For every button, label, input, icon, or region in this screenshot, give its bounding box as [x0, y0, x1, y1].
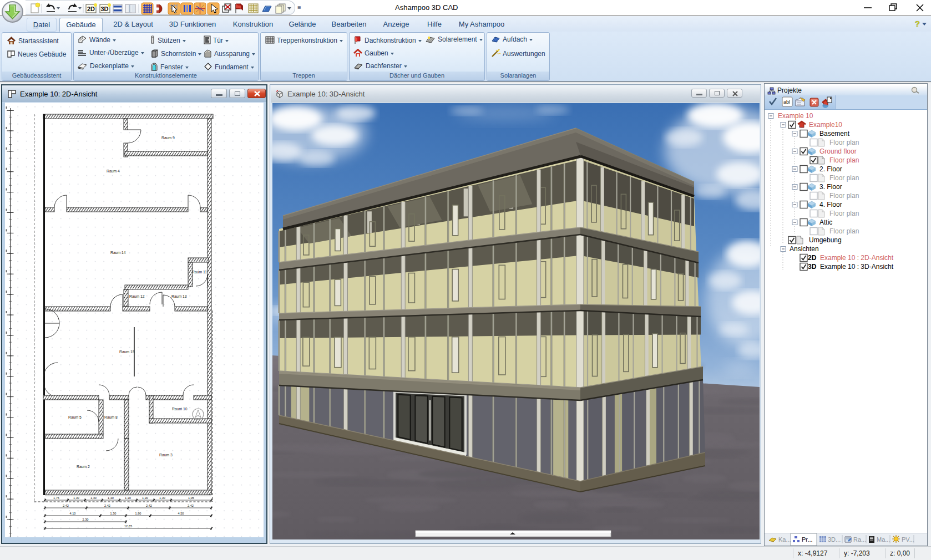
svg-text:Raum 9: Raum 9 [161, 136, 175, 140]
svg-text:Raum 2: Raum 2 [77, 465, 90, 469]
svg-text:Pr...: Pr... [802, 536, 813, 543]
svg-text:2,42: 2,42 [63, 504, 69, 507]
svg-text:4. Floor: 4. Floor [819, 201, 842, 208]
svg-text:3D: 3D [101, 6, 109, 12]
svg-text:Floor plan: Floor plan [829, 192, 859, 200]
svg-text:2,42: 2,42 [188, 504, 194, 507]
svg-text:4,50: 4,50 [178, 512, 184, 515]
svg-text:Raum 5: Raum 5 [68, 415, 82, 419]
svg-text:Raum 10: Raum 10 [172, 407, 188, 411]
svg-text:1,30: 1,30 [73, 496, 79, 500]
svg-text:Example 10 : 2D-Ansicht: Example 10 : 2D-Ansicht [820, 254, 894, 262]
svg-text:4,10: 4,10 [70, 512, 76, 515]
svg-text:Attic: Attic [819, 218, 832, 226]
svg-text:Floor plan: Floor plan [829, 156, 859, 164]
svg-text:Ansichten: Ansichten [790, 245, 819, 253]
svg-text:Raum 15: Raum 15 [119, 350, 135, 354]
svg-text:1,75: 1,75 [53, 496, 59, 500]
svg-text:12,65: 12,65 [124, 525, 132, 528]
svg-text:Raum 12: Raum 12 [129, 294, 145, 298]
svg-text:1,30: 1,30 [142, 496, 148, 500]
svg-text:PV...: PV... [902, 536, 914, 543]
svg-text:2. Floor: 2. Floor [819, 165, 842, 173]
svg-text:1,30: 1,30 [125, 496, 131, 500]
svg-text:1,30: 1,30 [159, 496, 165, 500]
svg-text:Floor plan: Floor plan [829, 227, 859, 235]
svg-text:Basement: Basement [819, 130, 850, 138]
svg-text:Example 10 : 3D-Ansicht: Example 10 : 3D-Ansicht [820, 263, 894, 271]
svg-text:Umgebung: Umgebung [809, 236, 842, 244]
svg-text:3D: 3D [808, 263, 817, 271]
svg-text:2,42: 2,42 [104, 504, 110, 507]
svg-text:2,42: 2,42 [146, 504, 152, 507]
svg-text:1,05: 1,05 [188, 496, 194, 500]
svg-text:Floor plan: Floor plan [829, 139, 859, 146]
svg-text:3D...: 3D... [828, 536, 841, 543]
svg-text:Floor plan: Floor plan [829, 210, 859, 217]
svg-text:Raum 13: Raum 13 [171, 294, 187, 298]
svg-text:Ma...: Ma... [877, 536, 890, 543]
svg-text:3. Floor: 3. Floor [819, 183, 842, 191]
svg-text:Example10: Example10 [809, 121, 842, 129]
svg-text:Example 10: Example 10 [778, 112, 813, 120]
svg-text:2D: 2D [87, 6, 95, 12]
svg-text:Raum 3: Raum 3 [159, 453, 173, 457]
svg-text:2D: 2D [808, 254, 817, 262]
svg-text:Raum 4: Raum 4 [107, 169, 120, 173]
svg-text:1,30: 1,30 [90, 496, 97, 500]
svg-text:abl: abl [783, 99, 790, 105]
svg-text:1,30: 1,30 [110, 512, 117, 515]
svg-text:Ground floor: Ground floor [819, 147, 857, 155]
svg-text:1,80: 1,80 [135, 512, 141, 515]
svg-text:Raum 8: Raum 8 [104, 415, 118, 419]
svg-text:Ra...: Ra... [853, 536, 866, 543]
svg-text:Ka...: Ka... [778, 536, 791, 543]
svg-text:1,30: 1,30 [108, 496, 114, 500]
svg-text:Floor plan: Floor plan [829, 174, 859, 182]
svg-text:2,30: 2,30 [83, 518, 89, 521]
svg-text:Raum 11: Raum 11 [192, 270, 207, 274]
svg-text:Raum 14: Raum 14 [110, 251, 126, 254]
